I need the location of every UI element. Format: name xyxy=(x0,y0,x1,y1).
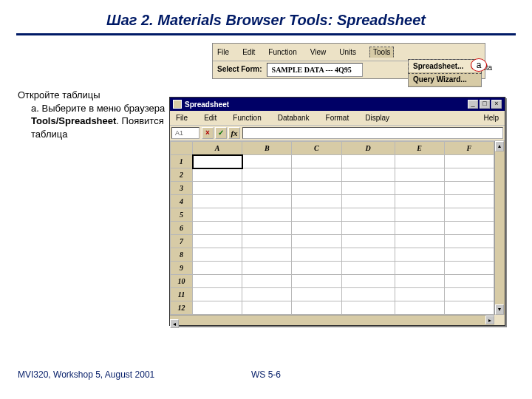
ss-menu-format[interactable]: Format xyxy=(326,114,349,122)
ss-menu-file[interactable]: File xyxy=(176,114,188,122)
cell[interactable] xyxy=(242,168,292,182)
cell[interactable] xyxy=(292,301,341,315)
cell[interactable] xyxy=(444,222,494,235)
col-header[interactable]: D xyxy=(341,142,395,155)
cell[interactable] xyxy=(395,262,444,275)
cell[interactable] xyxy=(341,288,395,301)
window-min-button[interactable]: _ xyxy=(468,100,478,109)
cell[interactable] xyxy=(341,222,395,235)
cell[interactable] xyxy=(341,262,395,275)
cell[interactable] xyxy=(193,182,242,195)
row-header[interactable]: 10 xyxy=(171,275,193,288)
cell[interactable] xyxy=(395,155,444,168)
col-header[interactable]: C xyxy=(292,142,341,155)
col-header[interactable]: B xyxy=(242,142,292,155)
cell[interactable] xyxy=(444,288,494,301)
cell[interactable] xyxy=(395,235,444,248)
cell[interactable] xyxy=(395,301,444,315)
cell[interactable] xyxy=(395,182,444,195)
cell[interactable] xyxy=(292,222,341,235)
cell[interactable] xyxy=(444,248,494,262)
cell[interactable] xyxy=(242,182,292,195)
ss-menu-display[interactable]: Display xyxy=(365,114,389,122)
vertical-scrollbar[interactable]: ▴ ▾ xyxy=(494,141,505,315)
scroll-left-icon[interactable]: ◂ xyxy=(170,319,179,328)
cell[interactable] xyxy=(395,275,444,288)
row-header[interactable]: 6 xyxy=(171,222,193,235)
cell[interactable] xyxy=(193,168,242,182)
cell[interactable] xyxy=(242,208,292,222)
window-max-button[interactable]: □ xyxy=(480,100,490,109)
cell[interactable] xyxy=(444,208,494,222)
cell[interactable] xyxy=(242,155,292,168)
cell[interactable] xyxy=(341,208,395,222)
cell-a1[interactable] xyxy=(193,155,242,168)
row-header[interactable]: 3 xyxy=(171,182,193,195)
cell[interactable] xyxy=(292,168,341,182)
cell[interactable] xyxy=(444,195,494,208)
scroll-down-icon[interactable]: ▾ xyxy=(495,304,504,315)
fx-icon[interactable]: fx xyxy=(228,127,240,139)
col-header[interactable]: F xyxy=(444,142,494,155)
ss-menu-function[interactable]: Function xyxy=(233,114,261,122)
cell[interactable] xyxy=(341,275,395,288)
cell[interactable] xyxy=(193,301,242,315)
cell[interactable] xyxy=(292,235,341,248)
cell[interactable] xyxy=(193,208,242,222)
menu-function[interactable]: Function xyxy=(268,48,302,56)
cell[interactable] xyxy=(444,275,494,288)
cell[interactable] xyxy=(395,168,444,182)
col-header[interactable]: E xyxy=(395,142,444,155)
cell[interactable] xyxy=(341,182,395,195)
row-header[interactable]: 9 xyxy=(171,262,193,275)
ss-menu-help[interactable]: Help xyxy=(483,114,499,122)
formula-input[interactable] xyxy=(242,127,503,139)
cell[interactable] xyxy=(292,262,341,275)
cell[interactable] xyxy=(292,275,341,288)
cell[interactable] xyxy=(193,262,242,275)
cell[interactable] xyxy=(242,301,292,315)
cell[interactable] xyxy=(193,288,242,301)
menu-view[interactable]: View xyxy=(310,48,332,56)
cell[interactable] xyxy=(341,155,395,168)
cell[interactable] xyxy=(341,301,395,315)
row-header[interactable]: 12 xyxy=(171,301,193,315)
cell[interactable] xyxy=(292,195,341,208)
horizontal-scrollbar[interactable]: ◂ ▸ xyxy=(170,315,494,325)
cell[interactable] xyxy=(242,235,292,248)
scroll-up-icon[interactable]: ▴ xyxy=(495,141,504,151)
cell[interactable] xyxy=(292,208,341,222)
col-header[interactable]: A xyxy=(193,142,242,155)
confirm-check-icon[interactable]: ✓ xyxy=(215,127,227,139)
cell[interactable] xyxy=(242,262,292,275)
cell[interactable] xyxy=(444,262,494,275)
cell[interactable] xyxy=(242,222,292,235)
cell[interactable] xyxy=(395,208,444,222)
spreadsheet-grid[interactable]: A B C D E F 1 2 3 4 5 xyxy=(170,141,494,315)
cell[interactable] xyxy=(193,195,242,208)
cell[interactable] xyxy=(444,235,494,248)
cell[interactable] xyxy=(444,168,494,182)
row-header[interactable]: 4 xyxy=(171,195,193,208)
grid-corner[interactable] xyxy=(171,142,193,155)
cell[interactable] xyxy=(292,248,341,262)
cell[interactable] xyxy=(395,288,444,301)
cell[interactable] xyxy=(395,195,444,208)
cell[interactable] xyxy=(292,182,341,195)
cell[interactable] xyxy=(193,248,242,262)
cell[interactable] xyxy=(242,288,292,301)
cancel-x-icon[interactable]: × xyxy=(202,127,214,139)
cell-reference-box[interactable]: A1 xyxy=(171,127,200,139)
ss-menu-databank[interactable]: Databank xyxy=(278,114,310,122)
cell[interactable] xyxy=(444,182,494,195)
tools-query-wizard-item[interactable]: Query Wizard... xyxy=(409,73,481,86)
row-header[interactable]: 8 xyxy=(171,248,193,262)
row-header[interactable]: 1 xyxy=(171,155,193,168)
menu-file[interactable]: File xyxy=(217,48,235,56)
window-close-button[interactable]: × xyxy=(491,100,502,109)
cell[interactable] xyxy=(193,275,242,288)
cell[interactable] xyxy=(444,301,494,315)
row-header[interactable]: 11 xyxy=(171,288,193,301)
cell[interactable] xyxy=(193,235,242,248)
cell[interactable] xyxy=(242,195,292,208)
